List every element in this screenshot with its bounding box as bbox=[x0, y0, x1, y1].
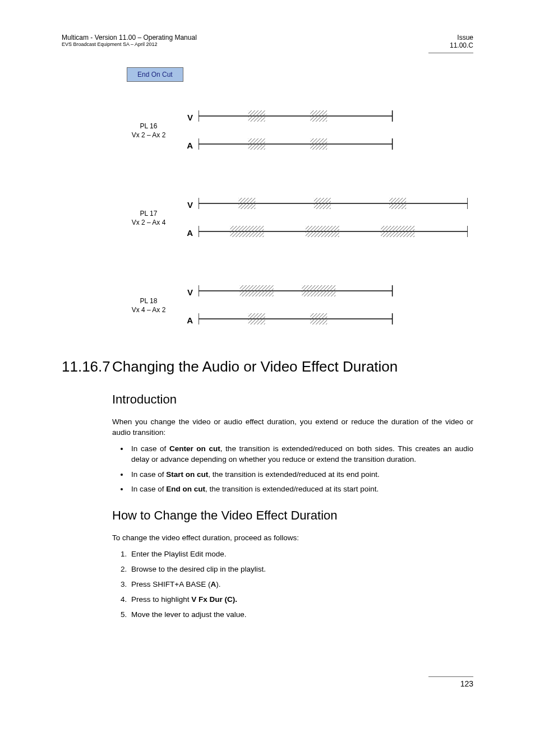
track-a-timeline bbox=[199, 138, 473, 152]
section-number: 11.16.7 bbox=[62, 358, 112, 375]
pl-label: PL 17Vx 2 – Ax 4 bbox=[118, 210, 179, 227]
track-v-label: V bbox=[179, 200, 193, 210]
end-on-cut-label: End On Cut bbox=[127, 67, 183, 82]
timing-diagram: End On Cut PL 16Vx 2 – Ax 2 V A PL 17Vx … bbox=[118, 67, 473, 341]
header-subtitle: EVS Broadcast Equipment SA – April 2012 bbox=[62, 41, 197, 47]
track-a-timeline bbox=[199, 226, 473, 239]
howto-step-3: Press SHIFT+A BASE (A). bbox=[129, 579, 473, 590]
header-title: Multicam - Version 11.00 – Operating Man… bbox=[62, 34, 197, 41]
header-rule bbox=[428, 53, 473, 53]
track-a-label: A bbox=[179, 141, 193, 150]
intro-bullet-2: In case of Start on cut, the transition … bbox=[129, 470, 473, 480]
header-issue-value: 11.00.C bbox=[450, 41, 473, 49]
howto-step-2: Browse to the desired clip in the playli… bbox=[129, 564, 473, 575]
pl-label: PL 18Vx 4 – Ax 2 bbox=[118, 297, 179, 314]
howto-step-5: Move the lever to adjust the value. bbox=[129, 610, 473, 620]
page-header: Multicam - Version 11.00 – Operating Man… bbox=[62, 34, 473, 49]
howto-heading: How to Change the Video Effect Duration bbox=[112, 508, 473, 523]
intro-bullet-3: In case of End on cut, the transition is… bbox=[129, 484, 473, 495]
howto-para: To change the video effect duration, pro… bbox=[112, 533, 473, 544]
track-v-timeline bbox=[199, 198, 473, 211]
howto-step-4: Press to highlight V Fx Dur (C). bbox=[129, 595, 473, 605]
track-v-timeline bbox=[199, 110, 473, 124]
pl-group-1: PL 16Vx 2 – Ax 2 V A bbox=[118, 96, 473, 166]
track-a-timeline bbox=[199, 313, 473, 327]
intro-bullet-1: In case of Center on cut, the transition… bbox=[129, 444, 473, 465]
track-v-label: V bbox=[179, 113, 193, 122]
pl-label: PL 16Vx 2 – Ax 2 bbox=[118, 122, 179, 140]
header-issue-label: Issue bbox=[450, 34, 473, 41]
track-v-label: V bbox=[179, 287, 193, 297]
section-heading: 11.16.7Changing the Audio or Video Effec… bbox=[62, 358, 473, 375]
page-number: 123 bbox=[428, 676, 473, 688]
track-a-label: A bbox=[179, 228, 193, 238]
pl-group-3: PL 18Vx 4 – Ax 2 V A bbox=[118, 271, 473, 341]
track-v-timeline bbox=[199, 285, 473, 299]
pl-group-2: PL 17Vx 2 – Ax 4 V A bbox=[118, 183, 473, 254]
intro-para: When you change the video or audio effec… bbox=[112, 417, 473, 438]
howto-step-1: Enter the Playlist Edit mode. bbox=[129, 549, 473, 560]
intro-heading: Introduction bbox=[112, 392, 473, 407]
track-a-label: A bbox=[179, 316, 193, 325]
section-title: Changing the Audio or Video Effect Durat… bbox=[112, 358, 398, 375]
